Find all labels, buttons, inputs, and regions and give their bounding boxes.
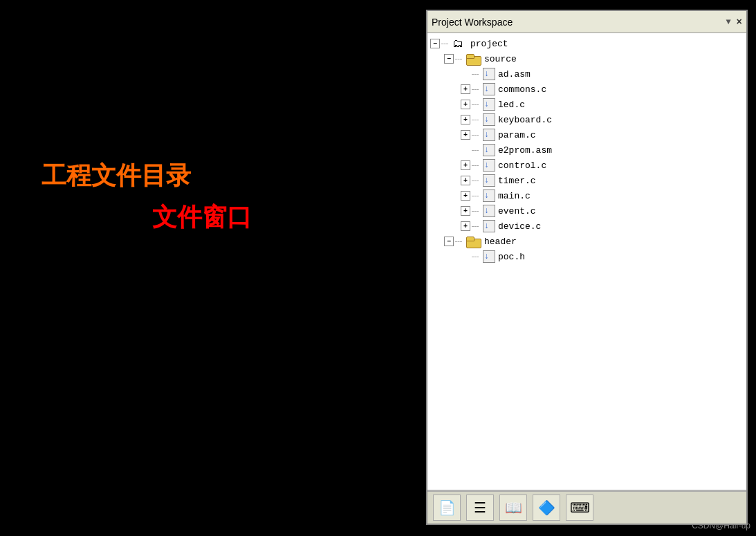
expand-keyboard-c[interactable]: + (461, 115, 470, 124)
expand-control-c[interactable]: + (461, 160, 470, 170)
file-icon-param-c (483, 129, 495, 141)
file-icon-main-c (483, 190, 495, 202)
source-label: source (484, 54, 517, 64)
expand-device-c[interactable]: + (461, 221, 470, 231)
project-label: project (470, 39, 508, 49)
device-c-label: device.c (498, 221, 541, 232)
ad-asm-label: ad.asm (498, 69, 531, 80)
file-icon-control-c (483, 159, 495, 172)
keyboard-button[interactable]: ⌨ (566, 495, 593, 521)
expand-main-c[interactable]: + (461, 191, 470, 201)
title-dropdown-arrow[interactable]: ▼ (726, 17, 730, 27)
tree-item-ad-asm[interactable]: ad.asm (427, 66, 746, 82)
file-icon-commons-c (483, 83, 495, 95)
bottom-toolbar: 📄 ☰ 📖 🔷 ⌨ (427, 490, 746, 524)
tree-item-header[interactable]: − header (427, 234, 746, 249)
files-button[interactable]: 📄 (433, 495, 461, 521)
file-icon-device-c (483, 220, 495, 232)
tree-item-param-c[interactable]: + param.c (427, 127, 746, 142)
tree-item-event-c[interactable]: + event.c (427, 203, 746, 219)
file-icon-event-c (483, 205, 495, 217)
led-c-label: led.c (498, 100, 525, 110)
poc-h-label: poc.h (498, 252, 525, 262)
tree-item-timer-c[interactable]: + timer.c (427, 173, 746, 188)
book-button[interactable]: 📖 (499, 495, 527, 521)
tree-item-led-c[interactable]: + led.c (427, 97, 746, 112)
workspace-panel: Project Workspace ▼ × − 🗂 project − (426, 10, 748, 525)
tree-item-commons-c[interactable]: + commons.c (427, 82, 746, 97)
expand-event-c[interactable]: + (461, 206, 470, 216)
expand-project[interactable]: − (430, 39, 440, 48)
list-button[interactable]: ☰ (466, 495, 494, 521)
expand-led-c[interactable]: + (461, 100, 470, 109)
keyboard-c-label: keyboard.c (498, 115, 552, 125)
panel-titlebar: Project Workspace ▼ × (427, 11, 746, 33)
close-button[interactable]: × (737, 17, 742, 28)
tree-item-source[interactable]: − source (427, 51, 746, 66)
panel-title-left: Project Workspace (432, 17, 513, 28)
file-icon-poc-h (483, 250, 495, 263)
source-folder-icon (466, 53, 481, 64)
tree-item-poc-h[interactable]: poc.h (427, 249, 746, 264)
header-folder-icon (466, 236, 481, 247)
expand-timer-c[interactable]: + (461, 176, 470, 185)
tree-item-device-c[interactable]: + device.c (427, 219, 746, 234)
timer-c-label: timer.c (498, 176, 536, 186)
expand-param-c[interactable]: + (461, 130, 470, 140)
commons-c-label: commons.c (498, 84, 546, 95)
file-icon-timer-c (483, 174, 495, 187)
file-icon-e2prom-asm (483, 144, 495, 156)
file-icon-ad-asm (483, 68, 495, 80)
tree-item-project[interactable]: − 🗂 project (427, 36, 746, 51)
panel-title-text: Project Workspace (432, 17, 513, 28)
control-c-label: control.c (498, 160, 546, 171)
e2prom-asm-label: e2prom.asm (498, 145, 552, 156)
tree-item-main-c[interactable]: + main.c (427, 188, 746, 203)
expand-commons-c[interactable]: + (461, 84, 470, 94)
file-icon-led-c (483, 98, 495, 111)
main-c-label: main.c (498, 191, 531, 201)
expand-header[interactable]: − (444, 237, 454, 246)
param-c-label: param.c (498, 130, 536, 140)
event-c-label: event.c (498, 206, 536, 216)
chinese-label-1: 工程文件目录 (42, 159, 191, 193)
expand-source[interactable]: − (444, 54, 454, 64)
tree-area: − 🗂 project − source ad.as (427, 33, 746, 490)
tree-item-control-c[interactable]: + control.c (427, 158, 746, 173)
file-icon-keyboard-c (483, 113, 495, 126)
project-folder-icon: 🗂 (452, 37, 468, 50)
diamond-button[interactable]: 🔷 (533, 495, 560, 521)
header-label: header (484, 237, 517, 247)
chinese-label-2: 文件窗口 (152, 201, 252, 234)
tree-item-keyboard-c[interactable]: + keyboard.c (427, 112, 746, 127)
tree-item-e2prom-asm[interactable]: e2prom.asm (427, 142, 746, 158)
